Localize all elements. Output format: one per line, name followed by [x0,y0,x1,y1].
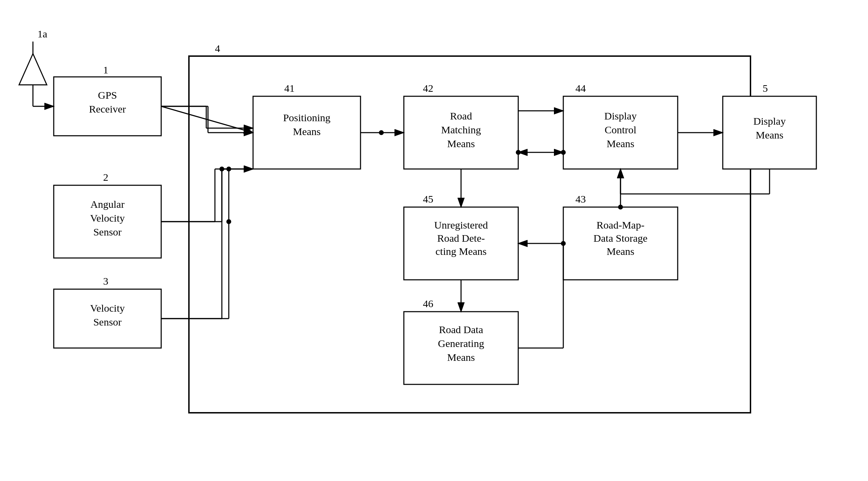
road-map-storage-label2: Data Storage [593,232,648,244]
display-control-label3: Means [607,138,634,149]
ref-42: 42 [423,82,433,94]
ref-43: 43 [575,193,586,205]
display-means-label2: Means [756,129,783,141]
diagram-svg: 1a GPS Receiver 1 Angular Velocity Senso… [0,0,868,481]
gps-receiver-label-line1: GPS [98,89,117,101]
velocity-sensor-label2: Sensor [93,316,122,328]
ref-4: 4 [215,43,220,54]
junction-dot-2 [379,130,384,135]
ref-44: 44 [575,82,586,94]
ref-41: 41 [284,82,295,94]
display-means-label1: Display [753,115,785,127]
ref-2: 2 [103,171,108,183]
angular-velocity-label1: Angular [90,198,124,210]
vs-junction-dot [226,219,231,224]
unregistered-road-label1: Unregistered [434,219,488,231]
junction-dot-3 [516,150,521,155]
angular-velocity-label2: Velocity [90,212,125,224]
road-matching-label2: Matching [441,124,481,135]
velocity-sensor-label1: Velocity [90,302,125,314]
antenna-symbol [19,54,47,85]
positioning-means-label1: Positioning [283,112,331,123]
road-map-storage-label3: Means [607,246,634,257]
junction-dot-4 [561,150,566,155]
ref-46: 46 [423,298,433,309]
ref-1: 1 [103,64,108,75]
display-control-label2: Control [605,124,636,135]
road-matching-label1: Road [450,110,472,122]
road-map-storage-label1: Road-Map- [597,219,644,231]
diagram-container: 1a GPS Receiver 1 Angular Velocity Senso… [0,0,868,481]
ref-1a: 1a [37,28,47,39]
display-control-label1: Display [604,110,636,122]
unregistered-road-label2: Road Dete- [437,232,485,244]
ref-5: 5 [763,82,768,94]
angular-velocity-label3: Sensor [93,226,122,238]
unregistered-road-label3: cting Means [435,246,486,257]
road-data-gen-label2: Generating [438,338,484,349]
ref-45: 45 [423,193,433,205]
road-data-gen-label1: Road Data [439,324,483,335]
road-data-gen-label3: Means [447,351,475,363]
junction-dot-6 [618,205,623,210]
gps-receiver-label-line2: Receiver [89,103,126,115]
ref-3: 3 [103,275,108,287]
road-matching-label3: Means [447,138,475,149]
positioning-means-label2: Means [293,126,321,137]
